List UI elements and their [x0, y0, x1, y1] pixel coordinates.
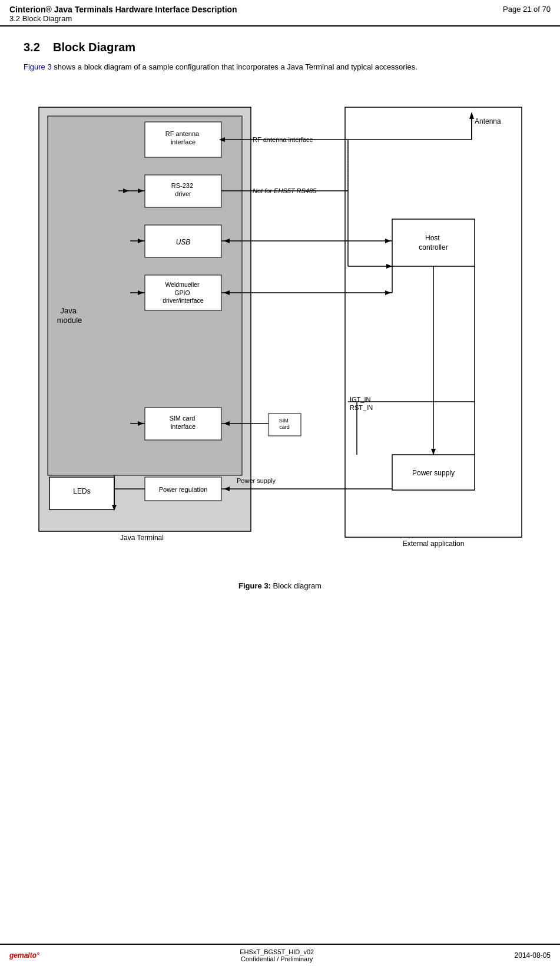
external-app-label: External application [402, 540, 464, 548]
leds-block: LEDs [73, 487, 90, 495]
usb-to-host-arrow [385, 239, 391, 243]
footer-center: EHSxT_BGS5T_HID_v02 Confidential / Preli… [240, 948, 314, 962]
section-label: 3.2 Block Diagram [9, 14, 237, 23]
diagram-wrapper: Java module RF antenna interface RS-232 … [27, 90, 534, 574]
doc-title: Cinterion® Java Terminals Hardware Inter… [9, 5, 237, 14]
diagram-area: Java module RF antenna interface RS-232 … [0, 80, 560, 611]
power-supply-arrow-label: Power supply [237, 477, 276, 484]
antenna-label: Antenna [475, 117, 501, 125]
figure-link[interactable]: Figure 3 [24, 62, 52, 71]
power-supply-block: Power supply [412, 469, 454, 477]
page-header: Cinterion® Java Terminals Hardware Inter… [0, 0, 560, 27]
section-heading: 3.2 Block Diagram Figure 3 shows a block… [0, 27, 560, 80]
footer-logo: gemalto° [9, 951, 39, 960]
footer-confidentiality: Confidential / Preliminary [240, 955, 314, 962]
section-paragraph: Figure 3 shows a block diagram of a samp… [24, 61, 536, 73]
java-module-label: Java module [57, 306, 82, 325]
igt-rst-label: IGT_IN RST_IN [350, 396, 373, 411]
arrow-to-host [386, 264, 392, 269]
footer-date: 2014-08-05 [515, 951, 551, 960]
paragraph-text: shows a block diagram of a sample config… [54, 62, 417, 71]
power-reg-block: Power regulation [158, 486, 207, 493]
footer-doc-id: EHSxT_BGS5T_HID_v02 [240, 948, 314, 955]
block-diagram: Java module RF antenna interface RS-232 … [27, 90, 534, 573]
page-footer: gemalto° EHSxT_BGS5T_HID_v02 Confidentia… [0, 944, 560, 966]
svg-rect-10 [392, 219, 475, 266]
sim-card-small-block: SIM card [279, 418, 290, 430]
header-left: Cinterion® Java Terminals Hardware Inter… [9, 5, 237, 23]
weid-to-host-arrow [385, 290, 391, 295]
host-to-power-arrow [431, 449, 436, 455]
section-title: 3.2 Block Diagram [24, 41, 536, 54]
figure-caption: Figure 3: Block diagram [24, 581, 536, 590]
page-number: Page 21 of 70 [503, 5, 551, 14]
usb-block: USB [175, 238, 190, 246]
java-terminal-label: Java Terminal [120, 534, 164, 542]
